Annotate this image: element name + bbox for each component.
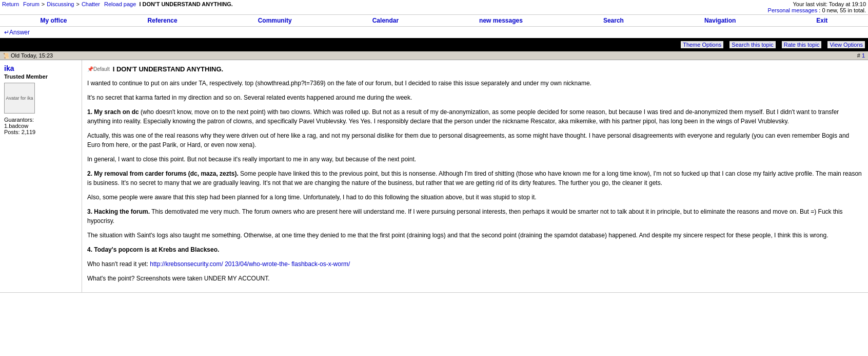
username[interactable]: ika [4,64,77,72]
nav-exit[interactable]: Exit [816,17,827,24]
para-3: 1. My srach on dc (who doesn't know, mov… [87,107,863,126]
reload-link[interactable]: Reload page [104,1,136,7]
para-5: In general, I want to close this point. … [87,155,863,164]
chatter-link[interactable]: Chatter [82,1,100,7]
top-bar-right: Your last visit: Today at 19:10 Personal… [768,1,866,13]
return-link[interactable]: Return [2,1,19,7]
top-bar: Return Forum > Discussing > Chatter Relo… [0,0,868,14]
nav-navigation[interactable]: Navigation [704,17,736,24]
pm-count: : 0 new, 55 in total. [819,7,866,13]
para-4: Actually, this was one of the real reaso… [87,131,863,149]
post-title: I DON'T UNDERSTAND ANYTHING. [113,64,223,74]
nav-search[interactable]: Search [603,17,624,24]
forum-link[interactable]: Forum [23,1,40,7]
para-7: Also, some people were aware that this s… [87,193,863,202]
para-11: Who hasn't read it yet: http://krebsonse… [87,259,863,269]
nav-community[interactable]: Community [258,17,292,24]
krebs-link[interactable]: http://krebsonsecurity.com/ 2013/04/who-… [150,260,350,268]
theme-options-link[interactable]: Theme Options [681,41,723,48]
answer-link[interactable]: ↵Answer [4,29,30,36]
answer-row: ↵Answer [0,27,868,38]
nav-bar: My office Reference Community Calendar n… [0,14,868,27]
rate-this-topic-link[interactable]: Rate this topic [782,41,822,48]
personal-messages-link[interactable]: Personal messages [768,7,818,13]
black-banner: Theme Options Search this topic Rate thi… [0,38,868,51]
user-role: Trusted Member [4,73,77,80]
nav-reference[interactable]: Reference [148,17,177,24]
user-info: ika Trusted Member Avatar for ika Guaran… [0,60,82,292]
search-this-topic-link[interactable]: Search this topic [729,41,775,48]
view-options-link[interactable]: View Options [827,41,865,48]
nav-calendar[interactable]: Calendar [372,17,399,24]
last-visit-text: Your last visit: Today at 19:10 [793,1,866,7]
post-title-row: 📌Default I DON'T UNDERSTAND ANYTHING. [87,64,863,74]
thread-header: 📜 Old Today, 15:23 # 1 [0,51,868,60]
guarantors: Guarantors: 1.badcow Posts: 2,119 [4,117,77,135]
post-content: 📌Default I DON'T UNDERSTAND ANYTHING. I … [82,60,868,292]
breadcrumb: Return Forum > Discussing > Chatter Relo… [2,1,233,7]
post-date: 📜 Old Today, 15:23 [3,52,53,59]
para-2: It's no secret that karma farted in my d… [87,93,863,102]
para-8: 3. Hacking the forum. This demotivated m… [87,207,863,226]
para-6: 2. My removal from carder forums (dc, ma… [87,169,863,188]
post-icon: 📌Default [87,65,110,73]
page-title: I DON'T UNDERSTAND ANYTHING. [139,1,232,7]
para-12: What's the point? Screenshots were taken… [87,274,863,283]
discussing-link[interactable]: Discussing [47,1,74,7]
post-area: ika Trusted Member Avatar for ika Guaran… [0,60,868,293]
post-number: # 1 [857,52,865,59]
para-1: I wanted to continue to put on airs unde… [87,79,863,88]
avatar: Avatar for ika [4,83,35,114]
para-10: 4. Today's popcorn is at Krebs and Black… [87,245,863,254]
nav-new-messages[interactable]: new messages [479,17,523,24]
nav-my-office[interactable]: My office [41,17,67,24]
para-9: The situation with Saint's logs also tau… [87,231,863,240]
